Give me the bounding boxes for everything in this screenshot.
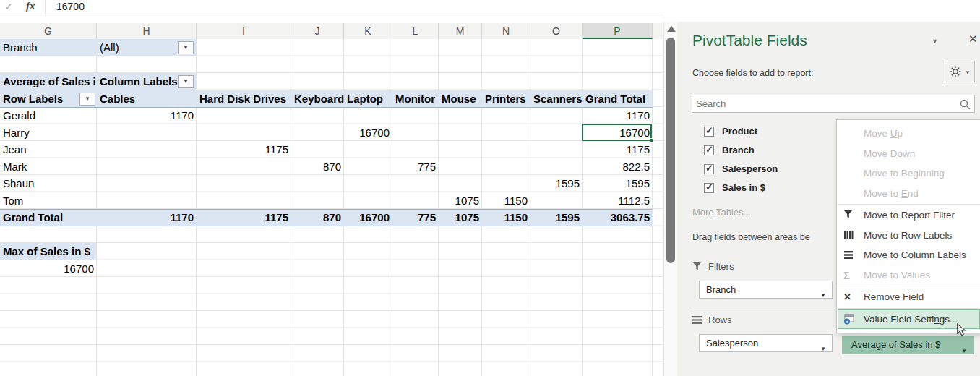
gear-icon: [949, 65, 962, 78]
pivot-row-label[interactable]: Shaun: [0, 175, 97, 192]
insert-function-icon[interactable]: fx: [26, 0, 35, 12]
pivot-value-cell[interactable]: 1175: [197, 141, 291, 158]
vertical-scrollbar[interactable]: [663, 22, 677, 376]
pivot-column-header[interactable]: Laptop: [344, 90, 392, 108]
filters-field-branch[interactable]: Branch▼: [699, 281, 833, 299]
chevron-down-icon: ▼: [820, 341, 826, 357]
pivot-value-cell[interactable]: 1595: [583, 175, 653, 192]
column-header-O[interactable]: O: [530, 23, 583, 39]
check-icon: ✓: [705, 144, 713, 155]
pivot-row-label[interactable]: Gerald: [0, 107, 97, 124]
check-icon: ✓: [705, 125, 713, 136]
selected-cell-outline: [582, 124, 652, 142]
column-header-M[interactable]: M: [439, 23, 482, 39]
pivot-value-cell[interactable]: 1150: [482, 192, 530, 210]
enter-check-icon[interactable]: ✓: [4, 1, 13, 12]
grand-total-cell[interactable]: 775: [392, 209, 439, 226]
filter-icon: [843, 210, 855, 221]
pivot-column-header[interactable]: Scanners: [530, 90, 583, 108]
column-header-P[interactable]: P: [583, 23, 653, 39]
menu-item-move-up: Move Up: [838, 124, 980, 144]
pane-options-chevron-down-icon[interactable]: ▼: [932, 38, 938, 45]
pivot-value-cell[interactable]: 775: [392, 158, 439, 176]
pivot-value-cell[interactable]: 1112.5: [583, 192, 653, 210]
formula-bar-value[interactable]: 16700: [56, 1, 85, 12]
filter-field-name[interactable]: Branch: [0, 39, 97, 56]
row-labels-icon: [843, 230, 855, 242]
pivot-column-header[interactable]: Grand Total: [583, 90, 653, 108]
menu-item-move-to-row-labels[interactable]: Move to Row Labels: [838, 226, 980, 246]
column-header-partial: [653, 23, 663, 39]
pivot-column-header[interactable]: Mouse: [439, 90, 482, 108]
pivot-value-cell[interactable]: 1075: [439, 192, 482, 210]
fill-handle[interactable]: [650, 138, 654, 142]
more-tables-link[interactable]: More Tables...: [692, 207, 751, 218]
column-header-J[interactable]: J: [291, 23, 344, 39]
tools-gear-button[interactable]: ▼: [945, 61, 975, 82]
column-header-G[interactable]: G: [0, 23, 97, 39]
remove-icon: ✕: [843, 291, 855, 303]
menu-separator: [838, 286, 980, 286]
rows-area-label: Rows: [708, 315, 732, 325]
pivot-column-header[interactable]: Keyboard: [291, 90, 344, 108]
pivot-value-cell[interactable]: 1175: [583, 141, 653, 158]
menu-item-move-to-report-filter[interactable]: Move to Report Filter: [838, 205, 980, 226]
grand-total-cell[interactable]: 3063.75: [583, 209, 653, 226]
menu-item-remove-field[interactable]: ✕Remove Field: [838, 287, 980, 307]
grand-total-cell[interactable]: 1595: [530, 209, 583, 226]
search-box[interactable]: [692, 95, 975, 113]
field-label: Branch: [722, 145, 755, 155]
pivot-value-cell[interactable]: 1170: [97, 107, 197, 124]
grand-total-cell[interactable]: 1175: [197, 209, 291, 226]
menu-item-move-to-column-labels[interactable]: Move to Column Labels: [838, 245, 980, 265]
excel-window: ✓ fx 16700 GHIJKLMNOP Branch(All)▼Averag…: [0, 0, 980, 376]
grand-total-cell[interactable]: 16700: [344, 209, 392, 226]
filter-dropdown-button[interactable]: ▼: [178, 41, 194, 54]
column-header-I[interactable]: I: [197, 23, 291, 39]
check-icon: ✓: [705, 163, 713, 174]
max-caption-cell[interactable]: Max of Sales in $: [0, 243, 97, 260]
search-input[interactable]: [696, 97, 956, 111]
grand-total-cell[interactable]: 870: [291, 209, 344, 226]
column-labels-dropdown-button[interactable]: ▼: [178, 75, 194, 88]
menu-item-label: Move Up: [864, 124, 903, 144]
sheet-grid[interactable]: Branch(All)▼Average of Sales iColumn Lab…: [0, 39, 663, 376]
pane-close-icon[interactable]: ✕: [968, 33, 978, 46]
values-field-button[interactable]: Average of Sales in $▼: [842, 336, 974, 354]
pivot-column-header[interactable]: Cables: [97, 90, 197, 108]
column-headers: GHIJKLMNOP: [0, 23, 663, 39]
field-checkbox[interactable]: ✓: [704, 183, 714, 193]
grand-total-cell[interactable]: 1150: [482, 209, 530, 226]
pivot-value-cell[interactable]: 822.5: [583, 158, 653, 176]
scrollbar-thumb[interactable]: [666, 38, 675, 263]
menu-item-label: Remove Field: [864, 287, 924, 307]
pivot-column-header[interactable]: Printers: [482, 90, 530, 108]
pivot-row-label[interactable]: Mark: [0, 158, 97, 176]
column-header-L[interactable]: L: [392, 23, 439, 39]
menu-item-label: Move to Row Labels: [864, 226, 952, 246]
pivot-row-label[interactable]: Harry: [0, 124, 97, 142]
pivot-row-label[interactable]: Jean: [0, 141, 97, 158]
pivot-value-cell[interactable]: 16700: [344, 124, 392, 142]
pivot-value-cell[interactable]: 870: [291, 158, 344, 176]
field-checkbox[interactable]: ✓: [704, 145, 714, 155]
column-header-N[interactable]: N: [482, 23, 530, 39]
pivot-column-header[interactable]: Hard Disk Drives: [197, 90, 291, 108]
values-caption-cell[interactable]: Average of Sales i: [0, 73, 97, 90]
grand-total-cell[interactable]: 1075: [439, 209, 482, 226]
scroll-up-icon[interactable]: [667, 26, 676, 32]
row-labels-dropdown-button[interactable]: ▼: [79, 93, 95, 106]
pivot-column-header[interactable]: Monitor: [392, 90, 439, 108]
rows-field-salesperson[interactable]: Salesperson▼: [699, 334, 833, 352]
column-header-K[interactable]: K: [344, 23, 392, 39]
pivot-value-cell[interactable]: 1595: [530, 175, 583, 192]
field-checkbox[interactable]: ✓: [704, 164, 714, 174]
gear-dropdown-chevron-icon: ▼: [965, 69, 971, 76]
pivot-value-cell[interactable]: 1170: [583, 107, 653, 124]
grand-total-label[interactable]: Grand Total: [0, 209, 97, 226]
grand-total-cell[interactable]: 1170: [97, 209, 197, 226]
pivot-row-label[interactable]: Tom: [0, 192, 97, 210]
column-header-H[interactable]: H: [97, 23, 197, 39]
max-value-cell[interactable]: 16700: [0, 260, 97, 278]
field-checkbox[interactable]: ✓: [704, 127, 714, 137]
